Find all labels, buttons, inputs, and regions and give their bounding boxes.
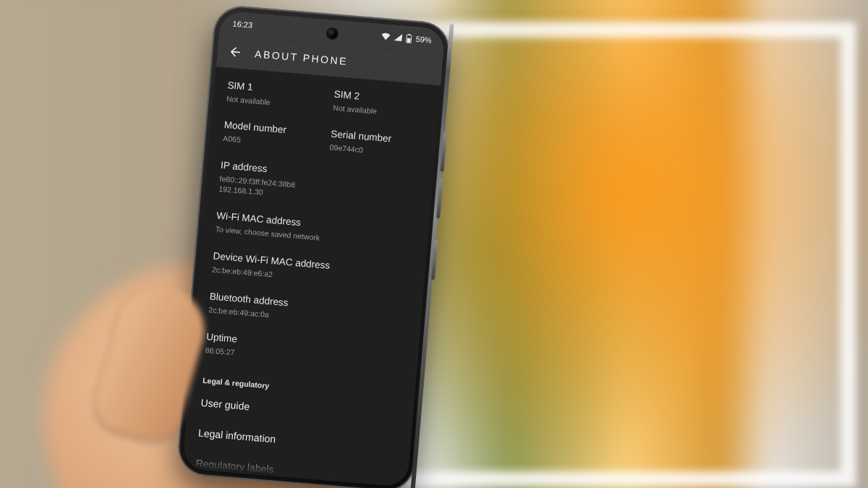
status-time: 16:23 (232, 20, 252, 30)
svg-rect-2 (407, 38, 411, 43)
phone-body: 16:23 (176, 4, 451, 488)
sim1-item[interactable]: SIM 1 Not available (226, 80, 320, 111)
sim2-item[interactable]: SIM 2 Not available (333, 89, 427, 121)
back-button[interactable] (227, 43, 244, 61)
model-number-item[interactable]: Model number A065 (223, 119, 317, 151)
back-arrow-icon (228, 44, 244, 60)
wifi-icon (380, 33, 391, 40)
about-phone-list[interactable]: SIM 1 Not available SIM 2 Not available … (182, 67, 441, 487)
battery-percent: 59% (415, 35, 432, 45)
signal-icon (393, 33, 402, 41)
battery-icon (405, 33, 412, 43)
serial-number-item[interactable]: Serial number 09e744c0 (329, 128, 423, 160)
phone-screen: 16:23 (182, 10, 446, 487)
page-title: ABOUT PHONE (255, 48, 349, 67)
